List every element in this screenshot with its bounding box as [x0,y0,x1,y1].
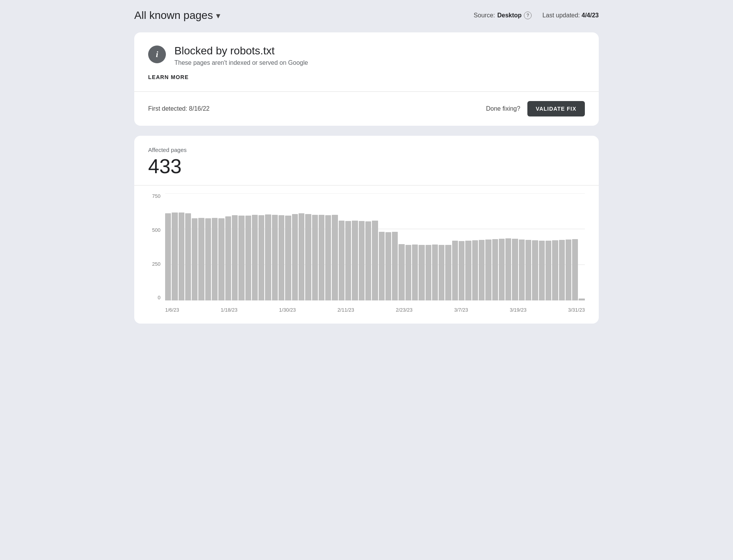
pages-dropdown[interactable]: All known pages ▾ [134,9,220,22]
chart-bar [579,299,584,301]
affected-card: Affected pages 433 750 500 250 0 [134,136,599,324]
chart-bar [192,218,198,300]
chart-bar [179,213,184,300]
info-icon-circle: i [148,46,166,63]
card-top: i Blocked by robots.txt These pages aren… [134,32,599,91]
source-value: Desktop [497,12,522,19]
affected-top: Affected pages 433 [134,136,599,177]
chart-bar [459,241,464,300]
chart-bar [279,215,284,301]
chart-bar [472,240,478,300]
chart-bar [512,239,518,300]
chart-bar [198,218,204,300]
chart-bar [212,218,218,300]
chart-bar [312,215,318,300]
card-header: i Blocked by robots.txt These pages aren… [148,45,585,66]
chart-bar [465,241,471,300]
chart-bar [505,238,511,300]
card-title: Blocked by robots.txt [174,45,308,57]
chart-bar [519,240,525,301]
chart-bar [365,221,371,300]
help-icon[interactable]: ? [524,12,532,19]
top-bar-right: Source: Desktop ? Last updated: 4/4/23 [474,12,599,19]
chart-bar [252,215,258,300]
affected-label: Affected pages [148,147,585,153]
y-label-500: 500 [152,227,160,233]
chart-bar [332,215,338,300]
y-label-250: 250 [152,261,160,267]
validate-fix-button[interactable]: VALIDATE FIX [527,101,585,116]
chart-bar [379,232,385,300]
x-label-3: 1/30/23 [279,307,296,313]
chart-bar [399,244,404,300]
chart-bar [426,245,431,300]
chart-bar [165,213,171,300]
chart-bar [479,240,485,301]
chart-x-labels: 1/6/23 1/18/23 1/30/23 2/11/23 2/23/23 3… [165,302,585,313]
chart-bar [412,245,418,301]
chart-bar [539,241,545,301]
chart-bar [238,216,244,301]
chart-bar [325,215,331,301]
chart-container: 750 500 250 0 [148,193,585,313]
source-text: Source: [474,12,495,19]
chart-bar [232,215,238,301]
last-updated: Last updated: 4/4/23 [542,12,599,19]
card-subtitle: These pages aren't indexed or served on … [174,59,308,66]
chart-bar [405,245,411,301]
x-label-2: 1/18/23 [221,307,237,313]
chart-bar [245,216,251,301]
chart-bar [265,214,271,300]
chart-bar [439,245,444,301]
pages-dropdown-label: All known pages [134,9,213,22]
chart-bar [272,215,278,300]
dropdown-arrow-icon: ▾ [216,11,220,21]
top-bar: All known pages ▾ Source: Desktop ? Last… [134,9,599,22]
chart-bar [492,239,498,300]
chart-inner [165,193,585,300]
chart-bar [339,221,345,301]
chart-bar [452,241,458,301]
last-updated-label: Last updated: [542,12,580,19]
chart-bar [305,214,311,300]
chart-bar [185,213,191,300]
x-label-8: 3/31/23 [568,307,585,313]
info-card: i Blocked by robots.txt These pages aren… [134,32,599,126]
chart-bar [572,239,578,300]
chart-bar [566,240,571,301]
chart-bar [299,213,304,300]
chart-bar [392,232,398,300]
learn-more-link[interactable]: LEARN MORE [148,74,189,80]
chart-bar [445,245,451,300]
chart-area: 750 500 250 0 [134,186,599,324]
chart-bar [552,240,558,300]
chart-bar [345,221,351,300]
chart-bar [525,240,531,301]
first-detected: First detected: 8/16/22 [148,105,209,112]
chart-bar [258,215,264,301]
y-label-0: 0 [158,295,160,300]
done-fixing-label: Done fixing? [486,105,520,112]
chart-bar [532,240,538,300]
x-label-5: 2/23/23 [396,307,412,313]
card-title-block: Blocked by robots.txt These pages aren't… [174,45,308,66]
chart-bar [205,218,211,300]
x-label-6: 3/7/23 [454,307,468,313]
chart-bar [285,216,291,301]
done-fixing-area: Done fixing? VALIDATE FIX [486,101,585,116]
chart-bar [485,240,491,301]
y-label-750: 750 [152,193,160,199]
source-label: Source: Desktop ? [474,12,532,19]
chart-bar [172,213,177,300]
chart-bar [372,221,378,300]
chart-bar [559,240,565,301]
card-bottom: First detected: 8/16/22 Done fixing? VAL… [134,92,599,126]
info-icon: i [156,49,158,59]
chart-y-labels: 750 500 250 0 [148,193,163,300]
chart-bar [225,216,231,301]
chart-bar [499,239,505,300]
chart-bar [385,232,391,300]
last-updated-value: 4/4/23 [582,12,599,19]
chart-bar [319,215,324,300]
x-label-7: 3/19/23 [510,307,526,313]
